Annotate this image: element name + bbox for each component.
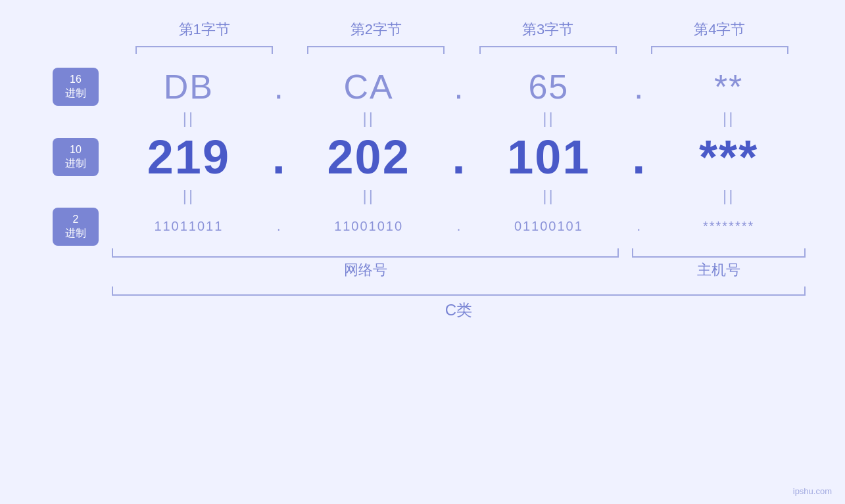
label-gap	[619, 260, 632, 280]
eq2-dot1	[266, 184, 292, 208]
equals-row-1: || || || ||	[39, 106, 806, 130]
bottom-brackets-area: 网络号 主机号	[39, 248, 806, 280]
dec-byte4: ***	[652, 130, 806, 184]
hex-byte3: 65	[472, 67, 626, 106]
hex-dot1: .	[266, 67, 292, 106]
bin-dot2: .	[446, 219, 472, 234]
bin-badge: 2 进制	[53, 208, 99, 246]
bin-dot1: .	[266, 219, 292, 234]
bracket-2	[290, 46, 462, 54]
hex-cells: DB . CA . 65 . **	[112, 67, 806, 106]
dec-byte1: 219	[112, 130, 266, 184]
class-bracket	[112, 286, 806, 296]
main-container: 第1字节 第2字节 第3字节 第4字节 16 进制 DB	[0, 0, 845, 504]
dec-badge: 10 进制	[53, 138, 99, 176]
hex-badge: 16 进制	[53, 68, 99, 106]
hex-dot2: .	[446, 67, 472, 106]
bin-label: 2 进制	[39, 208, 112, 246]
eq1-dot3	[625, 106, 652, 130]
eq2-byte2: ||	[292, 184, 446, 208]
byte-headers: 第1字节 第2字节 第3字节 第4字节	[39, 20, 806, 39]
eq1-byte1: ||	[112, 106, 266, 130]
hex-byte2: CA	[292, 67, 446, 106]
byte4-header: 第4字节	[634, 20, 806, 39]
dec-dot2: .	[446, 130, 472, 184]
watermark: ipshu.com	[793, 486, 832, 496]
eq2-byte4: ||	[652, 184, 806, 208]
hex-dot3: .	[625, 67, 652, 106]
bin-byte4: ********	[652, 219, 806, 234]
bin-byte1: 11011011	[112, 219, 266, 234]
eq2-dot2	[446, 184, 472, 208]
bracket-top-2	[307, 46, 445, 54]
eq1-byte3: ||	[472, 106, 626, 130]
eq1-byte2: ||	[292, 106, 446, 130]
bracket-top-1	[135, 46, 273, 54]
bottom-labels: 网络号 主机号	[112, 260, 806, 280]
bracket-gap	[619, 248, 632, 258]
eq2-byte3: ||	[472, 184, 626, 208]
bracket-4	[634, 46, 806, 54]
dec-row: 10 进制 219 . 202 . 101 . ***	[39, 130, 806, 184]
bracket-3	[462, 46, 634, 54]
dec-byte2: 202	[292, 130, 446, 184]
byte2-header: 第2字节	[290, 20, 462, 39]
bin-row: 2 进制 11011011 . 11001010 . 01100101 .	[39, 208, 806, 246]
dec-cells: 219 . 202 . 101 . ***	[112, 130, 806, 184]
dec-label: 10 进制	[39, 138, 112, 176]
bin-dot3: .	[625, 219, 652, 234]
bracket-net	[112, 248, 619, 258]
hex-label: 16 进制	[39, 68, 112, 106]
equals-row-2: || || || ||	[39, 184, 806, 208]
eq1-dot2	[446, 106, 472, 130]
bin-byte3: 01100101	[472, 219, 626, 234]
byte1-header: 第1字节	[118, 20, 290, 39]
host-label: 主机号	[632, 260, 806, 280]
eq1-byte4: ||	[652, 106, 806, 130]
dec-byte3: 101	[472, 130, 626, 184]
net-label: 网络号	[112, 260, 619, 280]
bracket-top-4	[651, 46, 788, 54]
bracket-top-3	[479, 46, 617, 54]
eq1-dot1	[266, 106, 292, 130]
byte3-header: 第3字节	[462, 20, 634, 39]
class-bracket-area: C类	[39, 286, 806, 321]
class-label: C类	[112, 300, 806, 321]
dec-dot1: .	[266, 130, 292, 184]
hex-byte4: **	[652, 67, 806, 106]
bin-byte2: 11001010	[292, 219, 446, 234]
eq2-dot3	[625, 184, 652, 208]
bracket-host	[632, 248, 806, 258]
hex-row: 16 进制 DB . CA . 65 . **	[39, 67, 806, 106]
bin-cells: 11011011 . 11001010 . 01100101 . *******…	[112, 219, 806, 234]
dec-dot3: .	[625, 130, 652, 184]
hex-byte1: DB	[112, 67, 266, 106]
eq2-byte1: ||	[112, 184, 266, 208]
bottom-brackets	[112, 248, 806, 258]
bracket-1	[118, 46, 290, 54]
top-brackets	[39, 46, 806, 54]
